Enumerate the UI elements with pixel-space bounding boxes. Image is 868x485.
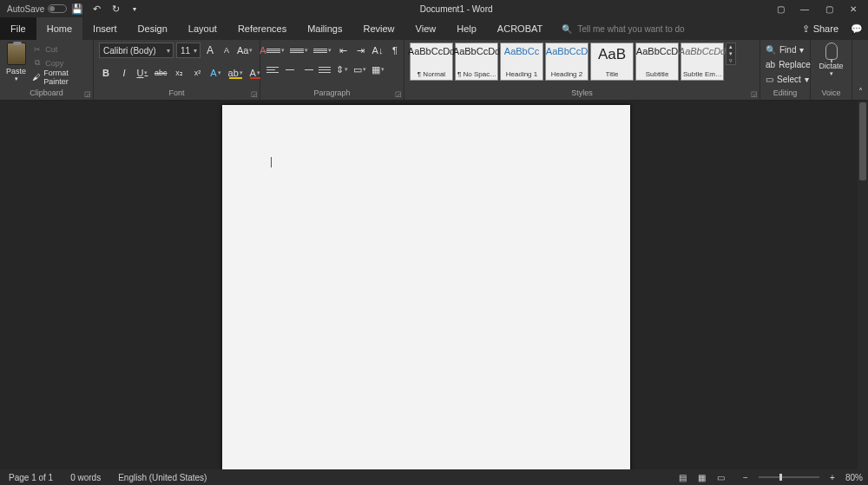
tab-view[interactable]: View	[405, 17, 447, 40]
microphone-icon	[825, 43, 838, 60]
read-mode-icon[interactable]: ▤	[674, 470, 693, 484]
style-name: Title	[606, 70, 619, 78]
zoom-in-button[interactable]: +	[823, 470, 842, 484]
zoom-slider-thumb[interactable]	[779, 474, 782, 481]
gallery-down-icon[interactable]: ▾	[727, 50, 735, 57]
word-count[interactable]: 0 words	[62, 473, 109, 482]
style-item[interactable]: AaBbCcDSubtitle	[635, 43, 679, 81]
zoom-out-button[interactable]: −	[736, 470, 755, 484]
align-center-button[interactable]	[283, 62, 297, 77]
justify-button[interactable]	[318, 62, 332, 77]
subscript-button[interactable]: x₂	[173, 65, 187, 81]
align-right-button[interactable]	[300, 62, 314, 77]
style-name: Subtle Em…	[683, 70, 721, 78]
styles-gallery-more[interactable]: ▴▾▿	[726, 43, 736, 65]
strikethrough-button[interactable]: abc	[154, 65, 168, 81]
paragraph-launcher-icon[interactable]: ◲	[395, 90, 402, 98]
document-area[interactable]	[0, 101, 858, 469]
borders-button[interactable]: ▦▾	[371, 62, 385, 77]
decrease-font-button[interactable]: A	[220, 43, 233, 58]
align-left-button[interactable]	[266, 62, 279, 77]
undo-icon[interactable]: ↶	[88, 1, 105, 16]
dictate-button[interactable]: Dictate ▾	[817, 43, 846, 77]
tab-acrobat[interactable]: ACROBAT	[487, 17, 553, 40]
show-marks-button[interactable]: ¶	[388, 43, 402, 58]
underline-button[interactable]: U▾	[135, 65, 149, 81]
select-button[interactable]: ▭Select▾	[766, 72, 809, 86]
language-indicator[interactable]: English (United States)	[109, 473, 215, 482]
window-title: Document1 - Word	[143, 4, 769, 14]
scissors-icon: ✂	[32, 44, 42, 54]
style-item[interactable]: AaBTitle	[590, 43, 634, 81]
font-name-combo[interactable]: Calibri (Body)	[99, 43, 174, 58]
styles-launcher-icon[interactable]: ◲	[751, 90, 758, 98]
gallery-up-icon[interactable]: ▴	[727, 43, 735, 50]
bold-button[interactable]: B	[99, 65, 113, 81]
tab-mailings[interactable]: Mailings	[297, 17, 352, 40]
style-item[interactable]: AaBbCcDdSubtle Em…	[681, 43, 724, 81]
superscript-button[interactable]: x²	[191, 65, 205, 81]
tab-insert[interactable]: Insert	[82, 17, 128, 40]
tab-review[interactable]: Review	[353, 17, 405, 40]
autosave-toggle[interactable]: AutoSave	[7, 4, 67, 14]
collapse-ribbon-icon[interactable]: ˄	[852, 40, 868, 100]
ribbon: Paste ▾ ✂ Cut ⧉ Copy 🖌 Format Painter Cl…	[0, 40, 868, 101]
format-painter-button[interactable]: 🖌 Format Painter	[30, 70, 88, 83]
zoom-level[interactable]: 80%	[845, 473, 863, 482]
style-item[interactable]: AaBbCcHeading 1	[500, 43, 543, 81]
close-icon[interactable]: ✕	[842, 1, 865, 16]
line-spacing-button[interactable]: ⇕▾	[335, 62, 349, 77]
replace-button[interactable]: abReplace	[766, 57, 811, 71]
share-button[interactable]: ⇪ Share	[795, 17, 845, 40]
maximize-icon[interactable]: ▢	[818, 1, 840, 16]
text-effects-button[interactable]: A▾	[209, 65, 223, 81]
highlight-button[interactable]: ab▾	[227, 65, 244, 81]
numbering-button[interactable]: ▾	[289, 43, 309, 58]
brush-icon: 🖌	[32, 72, 40, 82]
tab-file[interactable]: File	[0, 17, 36, 40]
tab-references[interactable]: References	[227, 17, 297, 40]
page-indicator[interactable]: Page 1 of 1	[0, 473, 62, 482]
clipboard-launcher-icon[interactable]: ◲	[84, 90, 91, 98]
qat-more-icon[interactable]: ▾	[126, 1, 143, 16]
font-launcher-icon[interactable]: ◲	[251, 90, 258, 98]
tab-layout[interactable]: Layout	[178, 17, 227, 40]
tab-help[interactable]: Help	[446, 17, 487, 40]
font-size-combo[interactable]: 11	[176, 43, 201, 58]
decrease-indent-button[interactable]: ⇤	[336, 43, 350, 58]
print-layout-icon[interactable]: ▦	[693, 470, 712, 484]
sort-button[interactable]: A↓	[371, 43, 385, 58]
style-item[interactable]: AaBbCcDd¶ Normal	[410, 43, 453, 81]
status-bar: Page 1 of 1 0 words English (United Stat…	[0, 469, 868, 485]
scrollbar-thumb[interactable]	[859, 102, 866, 180]
document-page[interactable]	[222, 105, 630, 469]
autosave-label: AutoSave	[7, 4, 44, 14]
multilevel-button[interactable]: ▾	[312, 43, 332, 58]
shading-button[interactable]: ▭▾	[352, 62, 367, 77]
change-case-button[interactable]: Aa▾	[236, 43, 253, 58]
style-item[interactable]: AaBbCcDd¶ No Spac…	[455, 43, 498, 81]
zoom-slider[interactable]	[759, 476, 819, 478]
style-item[interactable]: AaBbCcDHeading 2	[545, 43, 589, 81]
bullets-button[interactable]: ▾	[266, 43, 286, 58]
find-button[interactable]: 🔍Find▾	[766, 43, 804, 56]
italic-button[interactable]: I	[117, 65, 131, 81]
paste-label: Paste	[6, 67, 26, 75]
tab-design[interactable]: Design	[128, 17, 178, 40]
web-layout-icon[interactable]: ▭	[712, 470, 731, 484]
redo-icon[interactable]: ↻	[107, 1, 124, 16]
comments-icon[interactable]: 💬	[845, 17, 868, 40]
format-painter-label: Format Painter	[43, 69, 86, 86]
style-name: Heading 1	[506, 70, 537, 78]
increase-indent-button[interactable]: ⇥	[353, 43, 367, 58]
minimize-icon[interactable]: —	[793, 1, 816, 16]
share-label: Share	[813, 23, 838, 34]
tell-me-search[interactable]: 🔍 Tell me what you want to do	[562, 17, 684, 40]
tab-home[interactable]: Home	[36, 17, 82, 40]
save-icon[interactable]: 💾	[69, 1, 86, 16]
ribbon-options-icon[interactable]: ▢	[769, 1, 792, 16]
increase-font-button[interactable]: A	[203, 43, 217, 58]
gallery-expand-icon[interactable]: ▿	[727, 57, 735, 64]
paste-button[interactable]: Paste ▾	[5, 43, 27, 82]
vertical-scrollbar[interactable]	[858, 101, 868, 469]
